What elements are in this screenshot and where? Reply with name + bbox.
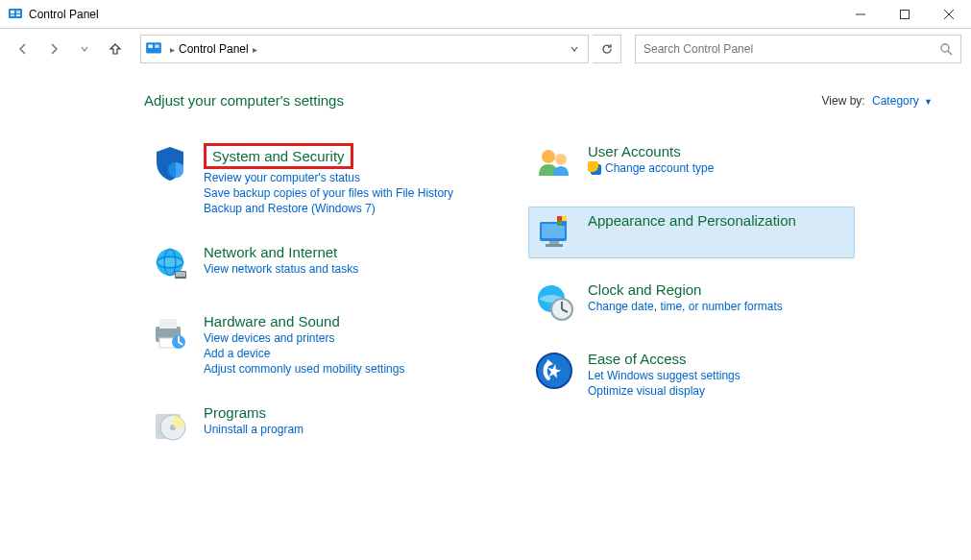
category-link[interactable]: View network status and tasks	[204, 262, 358, 276]
globe-icon	[150, 244, 190, 284]
chevron-right-icon[interactable]: ▸	[251, 44, 259, 55]
category-system-security[interactable]: System and Security Review your computer…	[144, 137, 471, 221]
printer-icon	[150, 313, 190, 353]
view-by-label: View by:	[822, 94, 865, 108]
clock-globe-icon	[534, 281, 574, 322]
svg-rect-3	[11, 14, 14, 16]
chevron-down-icon: ▼	[924, 97, 933, 107]
category-column-right: User Accounts Change account type Appear…	[528, 137, 855, 450]
category-link[interactable]: View devices and printers	[204, 331, 404, 345]
chevron-right-icon[interactable]: ▸	[168, 44, 177, 55]
users-icon	[534, 143, 574, 183]
category-clock-region[interactable]: Clock and Region Change date, time, or n…	[528, 276, 855, 328]
svg-rect-35	[562, 216, 567, 221]
category-title[interactable]: User Accounts	[588, 143, 714, 159]
svg-rect-37	[562, 221, 567, 226]
maximize-button[interactable]	[883, 0, 927, 29]
page-title: Adjust your computer's settings	[144, 92, 822, 109]
category-link[interactable]: Backup and Restore (Windows 7)	[204, 202, 453, 215]
svg-rect-2	[16, 11, 20, 13]
category-title[interactable]: System and Security	[204, 143, 353, 169]
category-user-accounts[interactable]: User Accounts Change account type	[528, 137, 855, 189]
category-title[interactable]: Hardware and Sound	[204, 313, 404, 329]
category-link[interactable]: Review your computer's status	[204, 171, 453, 184]
view-by-value: Category	[872, 94, 919, 108]
view-by-control[interactable]: View by: Category ▼	[822, 94, 933, 108]
svg-rect-4	[16, 14, 20, 16]
svg-rect-6	[901, 10, 910, 18]
shield-icon	[150, 143, 190, 183]
category-link[interactable]: Save backup copies of your files with Fi…	[204, 186, 453, 200]
heading-row: Adjust your computer's settings View by:…	[144, 92, 933, 109]
breadcrumb-root[interactable]: Control Panel	[177, 42, 251, 56]
nav-toolbar: ▸ Control Panel ▸	[0, 29, 971, 69]
minimize-button[interactable]	[838, 0, 883, 29]
category-grid: System and Security Review your computer…	[144, 137, 933, 450]
category-link[interactable]: Change account type	[588, 161, 714, 175]
svg-point-28	[542, 150, 555, 163]
category-ease-of-access[interactable]: Ease of Access Let Windows suggest setti…	[528, 345, 855, 403]
window-title: Control Panel	[29, 8, 838, 21]
refresh-button[interactable]	[593, 35, 621, 63]
svg-rect-11	[155, 45, 159, 48]
category-link[interactable]: Adjust commonly used mobility settings	[204, 362, 404, 376]
category-title[interactable]: Programs	[204, 404, 303, 421]
category-network[interactable]: Network and Internet View network status…	[144, 238, 471, 290]
category-link[interactable]: Change date, time, or number formats	[588, 300, 783, 313]
ease-of-access-icon	[534, 351, 574, 391]
category-column-left: System and Security Review your computer…	[144, 137, 471, 450]
svg-rect-10	[148, 45, 153, 48]
up-button[interactable]	[102, 36, 129, 62]
category-link[interactable]: Add a device	[204, 347, 404, 360]
category-hardware[interactable]: Hardware and Sound View devices and prin…	[144, 307, 471, 381]
monitor-icon	[534, 212, 574, 253]
category-appearance[interactable]: Appearance and Personalization	[528, 207, 855, 258]
category-programs[interactable]: Programs Uninstall a program	[144, 399, 471, 450]
svg-point-29	[555, 154, 567, 165]
window-controls	[838, 0, 971, 29]
titlebar: Control Panel	[0, 0, 971, 29]
address-bar[interactable]: ▸ Control Panel ▸	[140, 35, 589, 63]
disc-icon	[150, 404, 190, 445]
svg-rect-33	[546, 244, 563, 247]
address-history-dropdown[interactable]	[565, 36, 584, 62]
category-title[interactable]: Appearance and Personalization	[588, 212, 796, 229]
svg-rect-36	[557, 221, 562, 226]
svg-rect-1	[11, 11, 14, 13]
category-title[interactable]: Network and Internet	[204, 244, 358, 260]
recent-dropdown[interactable]	[71, 36, 98, 62]
category-link[interactable]: Let Windows suggest settings	[588, 369, 740, 382]
svg-rect-31	[542, 224, 565, 238]
category-title[interactable]: Ease of Access	[588, 351, 740, 367]
search-icon	[939, 42, 953, 56]
forward-button[interactable]	[40, 36, 67, 62]
category-title[interactable]: Clock and Region	[588, 281, 783, 298]
content-area: Adjust your computer's settings View by:…	[0, 69, 971, 450]
svg-rect-21	[159, 319, 177, 329]
svg-line-13	[948, 51, 952, 55]
category-link[interactable]: Optimize visual display	[588, 384, 740, 398]
search-input[interactable]	[643, 42, 939, 56]
svg-rect-34	[557, 216, 562, 221]
back-button[interactable]	[10, 36, 36, 62]
category-link[interactable]: Uninstall a program	[204, 423, 303, 436]
svg-rect-19	[176, 272, 185, 277]
svg-point-12	[941, 44, 949, 52]
control-panel-icon	[8, 7, 23, 22]
close-button[interactable]	[927, 0, 971, 29]
search-box[interactable]	[635, 35, 961, 63]
svg-rect-32	[549, 241, 559, 244]
control-panel-icon	[145, 40, 162, 58]
